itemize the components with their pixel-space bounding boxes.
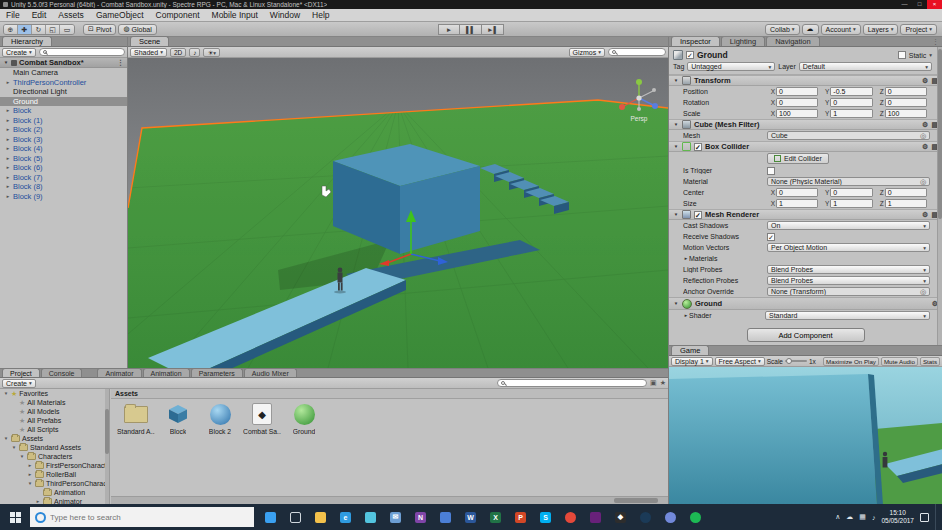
excel-icon[interactable]: X bbox=[483, 504, 508, 530]
box-collider-header[interactable]: ▼ ✓ Box Collider ⚙ ▤ bbox=[669, 141, 942, 152]
visual-studio-icon[interactable] bbox=[583, 504, 608, 530]
tab-animation[interactable]: Animation bbox=[143, 368, 190, 377]
task-view-icon[interactable] bbox=[283, 504, 308, 530]
menu-assets[interactable]: Assets bbox=[52, 9, 90, 22]
play-button[interactable]: ► bbox=[438, 24, 460, 35]
tab-parameters[interactable]: Parameters bbox=[191, 368, 243, 377]
action-center-icon[interactable] bbox=[920, 513, 929, 522]
tab-scene[interactable]: Scene bbox=[130, 36, 169, 46]
mesh-filter-header[interactable]: ▼ Cube (Mesh Filter) ⚙ ▤ bbox=[669, 119, 942, 130]
cast-shadows-dropdown[interactable]: On▾ bbox=[767, 221, 930, 230]
tree-rollerball[interactable]: ►RollerBall bbox=[0, 470, 109, 479]
mail-icon[interactable]: ✉ bbox=[383, 504, 408, 530]
tree-firstpersoncharacter[interactable]: ►FirstPersonCharacter bbox=[0, 461, 109, 470]
pan-tool-icon[interactable]: ⊕ bbox=[4, 25, 18, 34]
account-dropdown[interactable]: Account▾ bbox=[821, 24, 861, 35]
scale-y-field[interactable]: 1 bbox=[830, 109, 872, 118]
minimize-button[interactable]: — bbox=[897, 0, 912, 9]
gear-icon[interactable]: ⚙ bbox=[922, 121, 928, 129]
layers-dropdown[interactable]: Layers▾ bbox=[863, 24, 899, 35]
hierarchy-item-block-8[interactable]: ►Block (8) bbox=[0, 182, 127, 192]
panel-menu-icon[interactable]: ⋮ bbox=[932, 38, 939, 46]
volume-icon[interactable]: ♪ bbox=[872, 514, 876, 521]
hierarchy-item-block[interactable]: ►Block bbox=[0, 106, 127, 116]
edge-icon[interactable]: e bbox=[333, 504, 358, 530]
edit-collider-button[interactable]: Edit Collider bbox=[767, 153, 829, 164]
pivot-toggle[interactable]: ⊡ Pivot bbox=[83, 24, 116, 35]
tree-scrollbar[interactable] bbox=[105, 389, 109, 504]
asset-ground[interactable]: Ground bbox=[285, 401, 323, 435]
hierarchy-item-block-9[interactable]: ►Block (9) bbox=[0, 192, 127, 202]
chrome-icon[interactable] bbox=[558, 504, 583, 530]
close-button[interactable]: × bbox=[927, 0, 942, 9]
reflection-probes-dropdown[interactable]: Blend Probes▾ bbox=[767, 276, 930, 285]
tab-project[interactable]: Project bbox=[2, 368, 40, 377]
start-button[interactable] bbox=[0, 504, 30, 530]
material-header[interactable]: ▼ Ground ⚙ bbox=[669, 297, 942, 310]
tree-assets[interactable]: ▼Assets bbox=[0, 434, 109, 443]
pause-button[interactable]: ▌▌ bbox=[460, 24, 482, 35]
asset-standard-assets[interactable]: Standard A... bbox=[117, 401, 155, 435]
scene-audio-icon[interactable]: ♪ bbox=[189, 48, 200, 57]
cloud-button[interactable]: ☁ bbox=[802, 24, 819, 35]
center-x-field[interactable]: 0 bbox=[776, 188, 818, 197]
transform-header[interactable]: ▼ Transform ⚙ ▤ bbox=[669, 75, 942, 86]
asset-block-2[interactable]: Block 2 bbox=[201, 401, 239, 435]
position-x-field[interactable]: 0 bbox=[776, 87, 818, 96]
rotate-tool-icon[interactable]: ↻ bbox=[32, 25, 46, 34]
taskbar-search[interactable] bbox=[30, 507, 254, 527]
scale-slider[interactable] bbox=[785, 360, 807, 362]
asset-horizontal-scrollbar[interactable] bbox=[111, 496, 668, 504]
scale-tool-icon[interactable]: ◱ bbox=[46, 25, 60, 34]
scene-header-row[interactable]: ▼ Combat Sandbox* ⋮ bbox=[0, 58, 127, 68]
scene-search-input[interactable] bbox=[608, 48, 666, 56]
mute-audio-toggle[interactable]: Mute Audio bbox=[881, 357, 918, 366]
asset-block[interactable]: Block bbox=[159, 401, 197, 435]
layer-dropdown[interactable]: Default▾ bbox=[799, 62, 932, 71]
add-component-button[interactable]: Add Component bbox=[747, 328, 865, 342]
hierarchy-item-block-1[interactable]: ►Block (1) bbox=[0, 116, 127, 126]
hierarchy-item-block-3[interactable]: ►Block (3) bbox=[0, 135, 127, 145]
tag-dropdown[interactable]: Untagged▾ bbox=[687, 62, 775, 71]
hierarchy-create-dropdown[interactable]: Create▾ bbox=[2, 48, 36, 57]
steam-icon[interactable] bbox=[633, 504, 658, 530]
file-explorer-icon[interactable] bbox=[308, 504, 333, 530]
persp-label[interactable]: Persp bbox=[631, 115, 648, 123]
hierarchy-search-input[interactable] bbox=[39, 48, 125, 56]
stats-toggle[interactable]: Stats bbox=[920, 357, 940, 366]
aspect-dropdown[interactable]: Free Aspect▾ bbox=[715, 357, 765, 366]
2d-toggle[interactable]: 2D bbox=[170, 48, 186, 57]
move-tool-icon[interactable]: ✚ bbox=[18, 25, 32, 34]
tree-all-models[interactable]: ★All Models bbox=[0, 407, 109, 416]
rotation-x-field[interactable]: 0 bbox=[776, 98, 818, 107]
maximize-button[interactable]: □ bbox=[912, 0, 927, 9]
is-trigger-checkbox[interactable] bbox=[767, 167, 775, 175]
object-picker-icon[interactable]: ◎ bbox=[920, 288, 926, 296]
tab-audio-mixer[interactable]: Audio Mixer bbox=[244, 368, 297, 377]
network-icon[interactable]: ▦ bbox=[859, 513, 866, 521]
scale-z-field[interactable]: 100 bbox=[885, 109, 927, 118]
gameobject-name[interactable]: Ground bbox=[697, 50, 728, 60]
static-checkbox[interactable] bbox=[898, 51, 906, 59]
static-dropdown-icon[interactable]: ▾ bbox=[929, 52, 932, 58]
mesh-object-field[interactable]: Cube ◎ bbox=[767, 131, 930, 140]
motion-vectors-dropdown[interactable]: Per Object Motion▾ bbox=[767, 243, 930, 252]
object-picker-icon[interactable]: ◎ bbox=[920, 132, 926, 140]
onenote-icon[interactable]: N bbox=[408, 504, 433, 530]
clock[interactable]: 15:10 05/05/2017 bbox=[881, 509, 914, 525]
menu-help[interactable]: Help bbox=[306, 9, 335, 22]
global-toggle[interactable]: ◍ Global bbox=[118, 24, 156, 35]
collab-dropdown[interactable]: Collab▾ bbox=[765, 24, 800, 35]
object-picker-icon[interactable]: ◎ bbox=[920, 178, 926, 186]
hierarchy-item-block-4[interactable]: ►Block (4) bbox=[0, 144, 127, 154]
gizmos-dropdown[interactable]: Gizmos▾ bbox=[569, 48, 606, 57]
scene-menu-icon[interactable]: ⋮ bbox=[117, 59, 124, 67]
inspector-scrollbar[interactable] bbox=[937, 47, 942, 345]
tab-lighting[interactable]: Lighting bbox=[721, 37, 765, 46]
hierarchy-item-block-6[interactable]: ►Block (6) bbox=[0, 163, 127, 173]
hierarchy-item-thirdpersoncontroller[interactable]: ►ThirdPersonController bbox=[0, 78, 127, 88]
onedrive-icon[interactable]: ☁ bbox=[846, 513, 853, 521]
tree-all-materials[interactable]: ★All Materials bbox=[0, 398, 109, 407]
taskbar-search-input[interactable] bbox=[50, 513, 220, 522]
position-z-field[interactable]: 0 bbox=[885, 87, 927, 96]
